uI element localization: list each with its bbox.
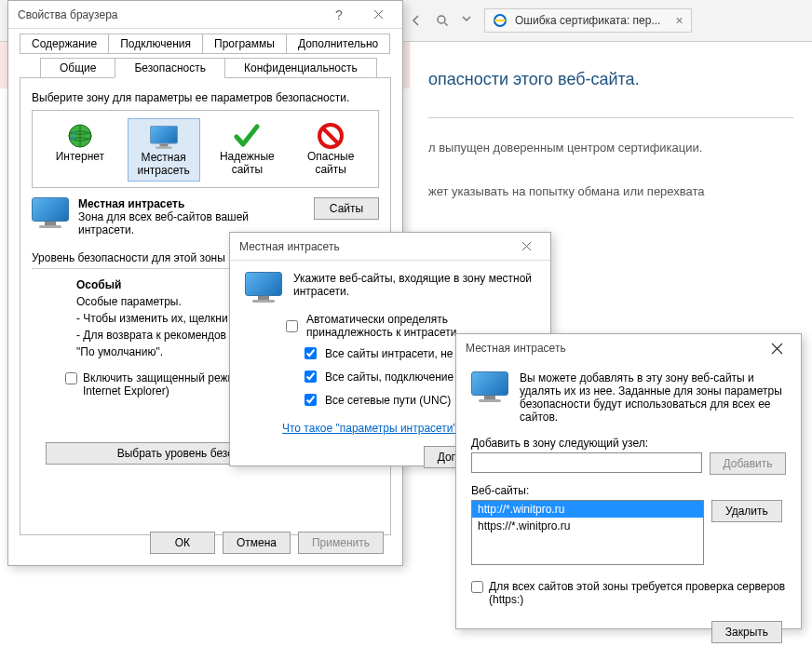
zone-label-l2: сайты <box>315 163 346 176</box>
tab-general[interactable]: Общие <box>40 58 115 78</box>
back-icon[interactable] <box>410 14 423 27</box>
monitor-icon <box>32 197 69 227</box>
tab-connections[interactable]: Подключения <box>108 34 203 54</box>
cancel-button[interactable]: Отмена <box>223 532 291 554</box>
zone-internet[interactable]: Интернет <box>44 118 116 182</box>
zone-list: Интернет Местная интрасеть Надежные сайт… <box>32 110 379 188</box>
monitor-icon <box>145 123 183 151</box>
dialog-title: Местная интрасеть <box>239 240 506 253</box>
monitor-icon <box>471 371 508 401</box>
protected-mode-input[interactable] <box>65 372 77 384</box>
sites-listbox[interactable]: http://*.winitpro.ru https://*.winitpro.… <box>471 500 704 565</box>
apply-button[interactable]: Применить <box>298 532 384 554</box>
add-field-label: Добавить в зону следующий узел: <box>471 437 786 450</box>
intro-text: Укажите веб-сайты, входящие в зону местн… <box>293 272 535 298</box>
help-icon[interactable]: ? <box>320 2 358 28</box>
zone-trusted[interactable]: Надежные сайты <box>210 118 283 182</box>
tab-security[interactable]: Безопасность <box>115 58 225 78</box>
window-title: Свойства браузера <box>18 8 318 21</box>
svg-point-0 <box>438 16 445 23</box>
cert-heading: опасности этого веб-сайта. <box>428 70 793 89</box>
close-tab-icon[interactable]: × <box>675 13 683 28</box>
zone-label-l1: Местная <box>142 151 186 164</box>
zone-desc-text: Зона для всех веб-сайтов вашей интрасети… <box>78 210 249 236</box>
tab-programs[interactable]: Программы <box>202 34 287 54</box>
ie-icon <box>493 13 508 28</box>
monitor-icon <box>245 272 282 302</box>
zone-local-intranet[interactable]: Местная интрасеть <box>128 118 200 182</box>
list-item[interactable]: http://*.winitpro.ru <box>472 501 703 518</box>
close-button[interactable]: Закрыть <box>711 621 782 643</box>
search-icon[interactable] <box>436 14 449 27</box>
ok-button[interactable]: ОК <box>150 532 215 554</box>
local-intranet-sites-dialog: Местная интрасеть Вы можете добавлять в … <box>455 333 802 629</box>
globe-icon <box>66 122 94 150</box>
zone-desc-title: Местная интрасеть <box>78 197 304 210</box>
add-button[interactable]: Добавить <box>710 452 787 475</box>
https-check[interactable]: Для всех сайтов этой зоны требуется пров… <box>471 580 786 606</box>
zone-label: Интернет <box>56 150 104 163</box>
list-label: Веб-сайты: <box>471 484 786 497</box>
add-site-input[interactable] <box>471 452 702 473</box>
intranet-params-link[interactable]: Что такое "параметры интрасети"? <box>282 422 463 435</box>
delete-button[interactable]: Удалить <box>711 500 782 522</box>
cert-error-page: опасности этого веб-сайта. л выпущен дов… <box>410 42 812 221</box>
dialog-desc: Вы можете добавлять в эту зону веб-сайты… <box>520 371 786 424</box>
zone-prompt: Выберите зону для параметры ее параметро… <box>32 91 379 104</box>
list-item[interactable]: https://*.winitpro.ru <box>472 518 703 534</box>
tab-advanced[interactable]: Дополнительно <box>286 34 390 54</box>
https-check-label: Для всех сайтов этой зоны требуется пров… <box>489 580 786 606</box>
close-icon[interactable] <box>758 335 795 361</box>
zone-label-l2: интрасеть <box>138 164 190 177</box>
no-entry-icon <box>317 122 345 150</box>
cert-line2: жет указывать на попытку обмана или пере… <box>428 181 793 202</box>
browser-tab[interactable]: Ошибка сертификата: пер... × <box>484 8 692 33</box>
sites-button[interactable]: Сайты <box>314 197 379 220</box>
zone-label-l1: Надежные <box>220 150 275 163</box>
browser-tab-title: Ошибка сертификата: пер... <box>515 14 660 27</box>
check-icon <box>233 122 261 150</box>
tab-content[interactable]: Содержание <box>20 34 109 54</box>
close-icon[interactable] <box>359 2 397 28</box>
dialog-title: Местная интрасеть <box>466 342 756 355</box>
tab-privacy[interactable]: Конфиденциальность <box>224 58 377 78</box>
zone-label-l1: Опасные <box>307 150 354 163</box>
zone-restricted[interactable]: Опасные сайты <box>294 118 367 182</box>
chevron-down-icon[interactable] <box>462 14 471 27</box>
cert-line1: л выпущен доверенным центром сертификаци… <box>428 137 793 158</box>
close-icon[interactable] <box>508 234 545 260</box>
zone-label-l2: сайты <box>232 163 264 176</box>
